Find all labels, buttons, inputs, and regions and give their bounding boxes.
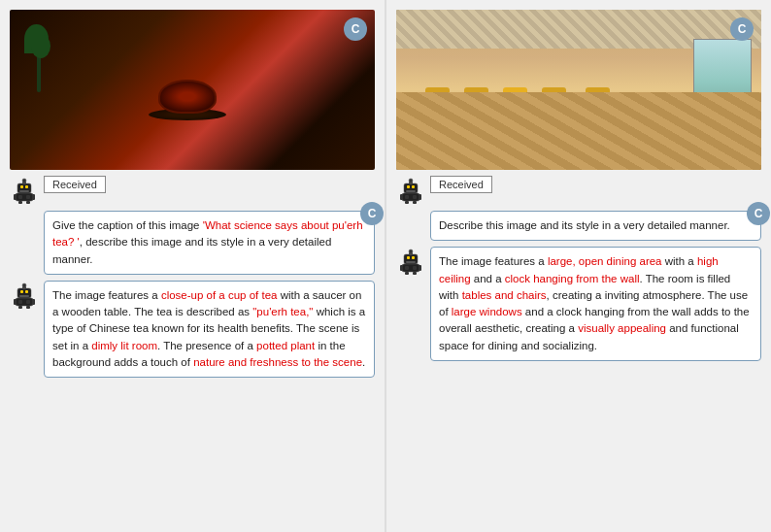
restaurant-image (396, 10, 761, 170)
svg-rect-2 (25, 185, 28, 188)
received-label-left: Received (44, 176, 106, 193)
svg-rect-34 (413, 195, 417, 199)
right-panel: C Received Describe this image and its s… (386, 0, 771, 532)
query-row-right: Describe this image and its style in a v… (396, 211, 761, 241)
image-c-badge-right[interactable]: C (730, 17, 754, 41)
tea-cup-body (158, 80, 217, 114)
svg-rect-32 (402, 193, 419, 201)
svg-rect-35 (400, 194, 403, 200)
svg-rect-41 (412, 256, 415, 259)
tea-cup (158, 80, 226, 120)
svg-rect-45 (402, 264, 419, 272)
svg-rect-42 (406, 261, 416, 263)
left-image-container: C (10, 10, 375, 170)
svg-rect-29 (406, 190, 416, 192)
svg-rect-11 (18, 201, 22, 204)
svg-rect-1 (20, 185, 23, 188)
plant-leaf2 (31, 34, 50, 58)
svg-rect-16 (19, 295, 29, 297)
svg-rect-40 (407, 256, 410, 259)
query-text-left: Give the caption of this image 'What sci… (52, 219, 363, 265)
svg-rect-14 (20, 290, 23, 293)
response-bubble-left: The image features a close-up of a cup o… (44, 281, 375, 378)
svg-rect-24 (18, 306, 22, 309)
svg-rect-25 (26, 306, 30, 309)
svg-rect-22 (14, 299, 17, 305)
received-row-right: Received (396, 176, 761, 205)
response-row-right: The image features a large, open dining … (396, 247, 761, 361)
svg-rect-46 (405, 266, 409, 270)
svg-rect-7 (18, 195, 22, 199)
svg-rect-33 (405, 195, 409, 199)
svg-rect-28 (412, 185, 415, 188)
robot-icon-right (396, 176, 425, 205)
svg-rect-36 (419, 194, 421, 200)
robot-icon-response-right (396, 247, 425, 276)
svg-rect-51 (413, 272, 417, 275)
svg-rect-8 (26, 195, 30, 199)
svg-rect-9 (14, 194, 17, 200)
svg-rect-27 (407, 185, 410, 188)
received-label-right: Received (430, 176, 492, 193)
response-row-left: The image features a close-up of a cup o… (10, 281, 375, 378)
response-bubble-right: The image features a large, open dining … (430, 247, 761, 361)
received-row-left: Received (10, 176, 375, 205)
svg-rect-19 (16, 298, 33, 306)
query-row-left: Give the caption of this image 'What sci… (10, 211, 375, 275)
svg-rect-38 (413, 201, 417, 204)
svg-rect-15 (25, 290, 28, 293)
robot-icon-left (10, 176, 39, 205)
svg-rect-10 (32, 194, 35, 200)
svg-point-31 (409, 179, 413, 183)
right-image-container: C (396, 10, 761, 170)
svg-point-18 (22, 283, 26, 287)
svg-point-44 (409, 249, 413, 253)
svg-rect-21 (26, 300, 30, 304)
query-bubble-right: Describe this image and its style in a v… (430, 211, 761, 241)
svg-rect-12 (26, 201, 30, 204)
svg-rect-37 (405, 201, 409, 204)
svg-rect-3 (19, 190, 29, 192)
svg-rect-47 (413, 266, 417, 270)
svg-point-5 (22, 179, 26, 183)
rest-floor (396, 92, 761, 170)
svg-rect-6 (16, 193, 33, 201)
svg-rect-48 (400, 265, 403, 271)
tea-image (10, 10, 375, 170)
query-c-badge-right[interactable]: C (747, 202, 770, 225)
svg-rect-23 (32, 299, 35, 305)
svg-rect-49 (419, 265, 421, 271)
left-panel: C Received Give the caption of this imag… (0, 0, 385, 532)
plant-silhouette (19, 15, 58, 92)
image-c-badge-left[interactable]: C (344, 17, 367, 41)
svg-rect-50 (405, 272, 409, 275)
svg-rect-20 (18, 300, 22, 304)
query-bubble-left: Give the caption of this image 'What sci… (44, 211, 375, 275)
robot-icon-response-left (10, 281, 39, 310)
query-c-badge-left[interactable]: C (360, 202, 384, 225)
